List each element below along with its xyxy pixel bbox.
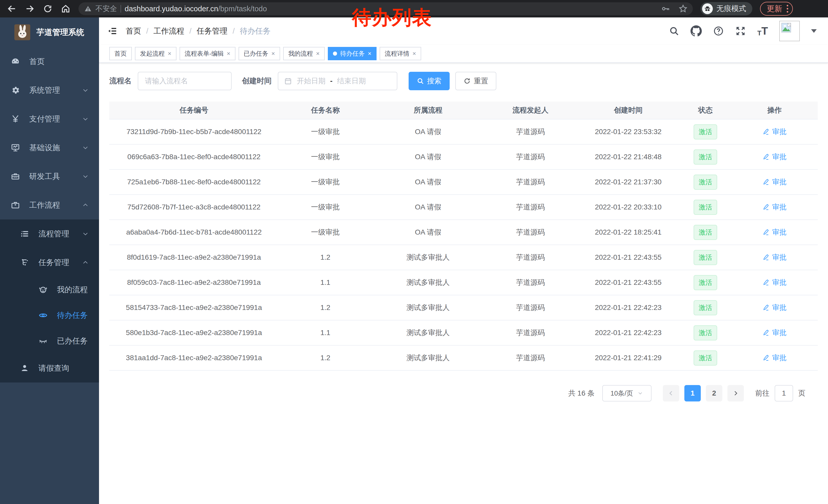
sidebar-item-label: 支付管理 xyxy=(29,114,60,124)
update-button[interactable]: 更新 xyxy=(760,2,793,16)
page-button-1[interactable]: 1 xyxy=(685,385,701,402)
sidebar-item-label: 待办任务 xyxy=(57,310,88,321)
app-logo[interactable]: 芋道管理系统 xyxy=(0,17,99,47)
start-date-placeholder[interactable]: 开始日期 xyxy=(297,76,326,86)
tab-label: 已办任务 xyxy=(244,49,268,58)
approve-button[interactable]: 审批 xyxy=(762,202,786,212)
prev-page-button[interactable] xyxy=(663,385,679,402)
starter-cell: 芋道源码 xyxy=(484,202,577,212)
approve-button[interactable]: 审批 xyxy=(762,177,786,187)
tab-我的流程[interactable]: 我的流程× xyxy=(283,47,325,60)
bookmark-star-icon[interactable] xyxy=(678,4,688,13)
font-size-icon[interactable]: TT xyxy=(757,26,768,36)
task-name-cell: 1.2 xyxy=(279,253,372,262)
tab-首页[interactable]: 首页 xyxy=(109,47,132,60)
sidebar-item-已办任务[interactable]: 已办任务 xyxy=(0,328,99,354)
password-key-icon[interactable] xyxy=(661,4,670,13)
next-page-button[interactable] xyxy=(728,385,744,402)
sidebar-item-流程管理[interactable]: 流程管理 xyxy=(0,220,99,248)
process-cell: OA 请假 xyxy=(372,177,484,187)
create-time-label: 创建时间 xyxy=(242,76,272,86)
tab-流程表单-编辑[interactable]: 流程表单-编辑× xyxy=(179,47,236,60)
status-cell: 激活 xyxy=(679,200,731,215)
approve-button[interactable]: 审批 xyxy=(762,278,786,287)
process-name-input[interactable] xyxy=(138,72,232,90)
edit-icon xyxy=(762,304,770,311)
create-time-cell: 2022-01-21 22:42:23 xyxy=(577,329,679,337)
forward-icon[interactable] xyxy=(25,4,35,14)
process-cell: OA 请假 xyxy=(372,227,484,237)
fullscreen-icon[interactable] xyxy=(735,26,746,36)
approve-button[interactable]: 审批 xyxy=(762,227,786,237)
close-icon[interactable]: × xyxy=(168,50,171,57)
close-icon[interactable]: × xyxy=(316,50,320,57)
sidebar-item-支付管理[interactable]: 支付管理 xyxy=(0,104,99,133)
task-table: 任务编号任务名称所属流程流程发起人创建时间状态操作 73211d9d-7b9b-… xyxy=(109,101,818,371)
github-icon[interactable] xyxy=(691,26,702,37)
list-icon xyxy=(20,229,29,238)
task-id-cell: 069c6a63-7b8a-11ec-8ef0-acde48001122 xyxy=(109,153,279,161)
breadcrumb-item[interactable]: 首页 xyxy=(126,26,141,36)
sidebar-item-首页[interactable]: 首页 xyxy=(0,47,99,76)
tab-待办任务[interactable]: 待办任务× xyxy=(328,47,377,60)
table-header-row: 任务编号任务名称所属流程流程发起人创建时间状态操作 xyxy=(109,101,818,120)
status-cell: 激活 xyxy=(679,275,731,290)
sidebar-item-工作流程[interactable]: 工作流程 xyxy=(0,191,99,220)
avatar-caret-icon[interactable] xyxy=(811,29,817,33)
refresh-icon xyxy=(463,78,471,85)
task-id-cell: 381aa1dd-7ac8-11ec-a9e2-a2380e71991a xyxy=(109,354,279,362)
avatar[interactable] xyxy=(779,21,800,41)
page-size-select[interactable]: 10条/页 xyxy=(602,385,652,402)
create-time-cell: 2022-01-22 20:33:10 xyxy=(577,203,679,211)
sidebar-item-任务管理[interactable]: 任务管理 xyxy=(0,248,99,277)
back-icon[interactable] xyxy=(7,4,17,14)
sidebar-fold-icon[interactable] xyxy=(107,26,118,36)
task-id-cell: 580e1b3d-7ac8-11ec-a9e2-a2380e71991a xyxy=(109,329,279,337)
tab-发起流程[interactable]: 发起流程× xyxy=(135,47,176,60)
status-cell: 激活 xyxy=(679,325,731,340)
tab-label: 流程表单-编辑 xyxy=(185,49,224,58)
tab-已办任务[interactable]: 已办任务× xyxy=(239,47,280,60)
sidebar-item-我的流程[interactable]: 我的流程 xyxy=(0,277,99,303)
end-date-placeholder[interactable]: 结束日期 xyxy=(337,76,366,86)
security-label[interactable]: 不安全 xyxy=(95,4,117,13)
approve-button[interactable]: 审批 xyxy=(762,353,786,363)
search-icon[interactable] xyxy=(669,26,679,36)
close-icon[interactable]: × xyxy=(227,50,230,57)
approve-button[interactable]: 审批 xyxy=(762,127,786,137)
sidebar-item-待办任务[interactable]: 待办任务 xyxy=(0,303,99,328)
operation-cell: 审批 xyxy=(731,152,818,162)
close-icon[interactable]: × xyxy=(272,50,275,57)
approve-button[interactable]: 审批 xyxy=(762,328,786,338)
close-icon[interactable]: × xyxy=(368,50,371,57)
page-button-2[interactable]: 2 xyxy=(706,385,722,402)
help-icon[interactable] xyxy=(713,26,724,36)
url-text[interactable]: dashboard.yudao.iocoder.cn/bpm/task/todo xyxy=(125,5,267,13)
sidebar-item-基础设施[interactable]: 基础设施 xyxy=(0,133,99,162)
home-icon[interactable] xyxy=(60,4,71,14)
column-header-任务编号: 任务编号 xyxy=(109,105,279,115)
sidebar-item-请假查询[interactable]: 请假查询 xyxy=(0,354,99,382)
task-id-cell: a6aba0a4-7b6d-11ec-b781-acde48001122 xyxy=(109,228,279,236)
sidebar-item-label: 首页 xyxy=(29,56,45,67)
search-button[interactable]: 搜索 xyxy=(409,72,450,90)
briefcase-icon xyxy=(11,200,20,210)
status-cell: 激活 xyxy=(679,250,731,265)
breadcrumb-item: 待办任务 xyxy=(240,26,271,36)
approve-button[interactable]: 审批 xyxy=(762,152,786,162)
breadcrumb-item[interactable]: 任务管理 xyxy=(197,26,227,36)
reload-icon[interactable] xyxy=(43,4,53,14)
sidebar-item-研发工具[interactable]: 研发工具 xyxy=(0,162,99,191)
reset-button[interactable]: 重置 xyxy=(455,72,496,90)
breadcrumb-item[interactable]: 工作流程 xyxy=(153,26,184,36)
approve-button[interactable]: 审批 xyxy=(762,253,786,262)
close-icon[interactable]: × xyxy=(412,50,416,57)
update-label[interactable]: 更新 xyxy=(767,4,782,14)
sidebar-item-系统管理[interactable]: 系统管理 xyxy=(0,76,99,104)
tab-流程详情[interactable]: 流程详情× xyxy=(380,47,421,60)
browser-menu-icon[interactable] xyxy=(787,5,788,12)
goto-page-input[interactable] xyxy=(775,385,793,402)
approve-button[interactable]: 审批 xyxy=(762,303,786,313)
date-range-picker[interactable]: 开始日期 - 结束日期 xyxy=(278,72,397,90)
process-cell: 测试多审批人 xyxy=(372,353,484,363)
